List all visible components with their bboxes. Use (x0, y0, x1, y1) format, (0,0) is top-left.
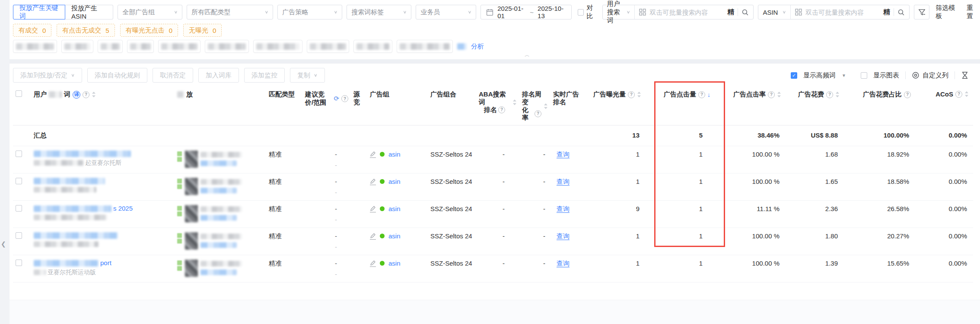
row-checkbox[interactable] (16, 205, 22, 212)
product-cell[interactable] (175, 173, 266, 201)
tab-asin[interactable]: 投放产生ASIN (65, 5, 113, 19)
ad-group-link[interactable]: asin (388, 205, 401, 212)
product-cell[interactable] (175, 255, 266, 282)
copy-button[interactable]: 复制 ∨ (290, 68, 325, 83)
chip-clicks-no-conversion[interactable]: 有点击无成交 5 (57, 24, 115, 37)
sort-icon[interactable] (637, 91, 641, 98)
search-icon[interactable] (741, 9, 749, 16)
query-link[interactable]: 查询 (557, 260, 570, 267)
row-checkbox[interactable] (16, 151, 22, 157)
add-to-word-bank-button[interactable]: 加入词库 (198, 68, 239, 83)
redacted-chip[interactable] (205, 40, 249, 53)
row-checkbox[interactable] (16, 232, 22, 239)
keyword-cell[interactable] (31, 173, 175, 201)
row-checkbox[interactable] (16, 178, 22, 184)
search-field-select-terms[interactable]: 用户搜索词 ∨ (603, 5, 635, 19)
search-input-terms[interactable] (649, 9, 724, 16)
edit-icon[interactable] (370, 205, 376, 212)
keyword-cell[interactable] (31, 228, 175, 255)
select-all-checkbox[interactable] (16, 90, 22, 97)
customize-columns-button[interactable]: 自定义列 (912, 71, 948, 80)
product-cell[interactable] (175, 146, 266, 173)
help-icon[interactable]: ? (698, 91, 705, 98)
edit-icon[interactable] (370, 151, 376, 158)
query-link[interactable]: 查询 (557, 205, 570, 212)
help-icon[interactable]: ? (535, 110, 541, 117)
redacted-chip[interactable] (98, 40, 123, 53)
select-ad-group[interactable]: 全部广告组 ∨ (118, 5, 182, 19)
select-match-type[interactable]: 所有匹配类型 ∨ (187, 5, 273, 19)
show-highfreq-checkbox[interactable]: ✓ (791, 72, 797, 79)
chip-converted[interactable]: 有成交 0 (13, 24, 51, 37)
exact-match-toggle[interactable]: 精 (883, 8, 890, 17)
chip-impressions-no-clicks[interactable]: 有曝光无点击 0 (120, 24, 178, 37)
help-icon[interactable]: ? (904, 91, 911, 98)
help-icon[interactable]: ? (955, 91, 962, 98)
ad-group-link[interactable]: asin (388, 232, 401, 240)
redacted-chip[interactable] (397, 40, 453, 53)
highfreq-dropdown-icon[interactable]: ▼ (842, 73, 846, 78)
add-monitor-button[interactable]: 添加监控 (244, 68, 285, 83)
keyword-cell[interactable]: port 亚赛尔托斯运动版 (31, 255, 175, 282)
ad-group-link[interactable]: asin (388, 151, 401, 158)
add-targeting-negate-button[interactable]: 添加到投放/否定 ∨ (13, 68, 82, 83)
redacted-chip[interactable] (307, 40, 349, 53)
select-salesperson[interactable]: 业务员 ∨ (416, 5, 476, 19)
redacted-chip[interactable] (61, 40, 93, 53)
redacted-chip[interactable] (13, 40, 57, 53)
edit-icon[interactable] (370, 233, 376, 240)
ad-group-link[interactable]: asin (388, 178, 401, 185)
product-cell[interactable] (175, 201, 266, 228)
search-icon[interactable] (897, 9, 905, 16)
help-icon[interactable]: ? (498, 106, 505, 113)
filter-funnel-button[interactable] (914, 5, 929, 19)
edit-icon[interactable] (370, 178, 376, 185)
show-chart-checkbox[interactable] (861, 72, 867, 79)
edit-icon[interactable] (370, 260, 376, 267)
redacted-chip[interactable] (127, 40, 154, 53)
translate-icon[interactable]: 译 (73, 91, 80, 99)
select-ad-strategy[interactable]: 广告策略 ∨ (277, 5, 342, 19)
query-link[interactable]: 查询 (557, 151, 570, 158)
help-icon[interactable]: ? (768, 91, 775, 98)
sort-icon[interactable] (964, 91, 969, 97)
date-range-picker[interactable]: 2025-01-01 ~ 2025-10-13 (480, 5, 572, 19)
help-icon[interactable]: ? (341, 95, 348, 102)
reset-button[interactable]: 重置 (965, 4, 980, 20)
select-term-tag[interactable]: 搜索词标签 ∨ (347, 5, 411, 19)
query-link[interactable]: 查询 (557, 232, 570, 240)
cancel-negate-button[interactable]: 取消否定 (153, 68, 193, 83)
compare-toggle[interactable]: 对比 (578, 4, 598, 20)
help-icon[interactable]: ? (628, 91, 635, 98)
tab-keywords[interactable]: 投放产生关键词 (13, 5, 65, 19)
analyze-link[interactable]: 分析 (471, 42, 484, 51)
sort-icon[interactable] (512, 99, 517, 106)
sort-icon[interactable] (835, 91, 840, 98)
keyword-cell[interactable]: 起亚赛尔托斯 (31, 146, 175, 173)
redacted-chip[interactable] (353, 40, 392, 53)
query-link[interactable]: 查询 (557, 178, 570, 185)
sort-icon[interactable] (544, 103, 548, 109)
add-automation-rule-button[interactable]: 添加自动化规则 (87, 68, 147, 83)
hourglass-icon[interactable] (961, 71, 969, 79)
help-icon[interactable]: ? (83, 91, 89, 98)
sort-icon[interactable] (777, 91, 781, 98)
chip-no-impressions[interactable]: 无曝光 0 (183, 24, 222, 37)
product-cell[interactable] (175, 228, 266, 255)
search-field-select-asin[interactable]: ASIN ∨ (758, 5, 791, 19)
collapse-filters-handle[interactable]: ︿ (514, 53, 540, 59)
keyword-cell[interactable]: s 2025 (31, 201, 175, 228)
ad-group-link[interactable]: asin (388, 260, 401, 267)
refresh-icon[interactable]: ⟳ (334, 95, 339, 103)
filter-template-button[interactable]: 筛选模板 (934, 4, 961, 20)
row-checkbox[interactable] (16, 260, 22, 266)
redacted-chip[interactable] (158, 40, 200, 53)
compare-checkbox[interactable] (578, 9, 583, 16)
sort-icon[interactable] (92, 91, 96, 98)
help-icon[interactable]: ? (826, 91, 833, 98)
search-input-asin[interactable] (805, 9, 880, 16)
exact-match-toggle[interactable]: 精 (727, 8, 734, 17)
collapse-left-icon[interactable]: ❮ (1, 241, 6, 247)
redacted-chip[interactable] (253, 40, 302, 53)
sort-desc-icon[interactable]: ↓ (707, 91, 710, 98)
